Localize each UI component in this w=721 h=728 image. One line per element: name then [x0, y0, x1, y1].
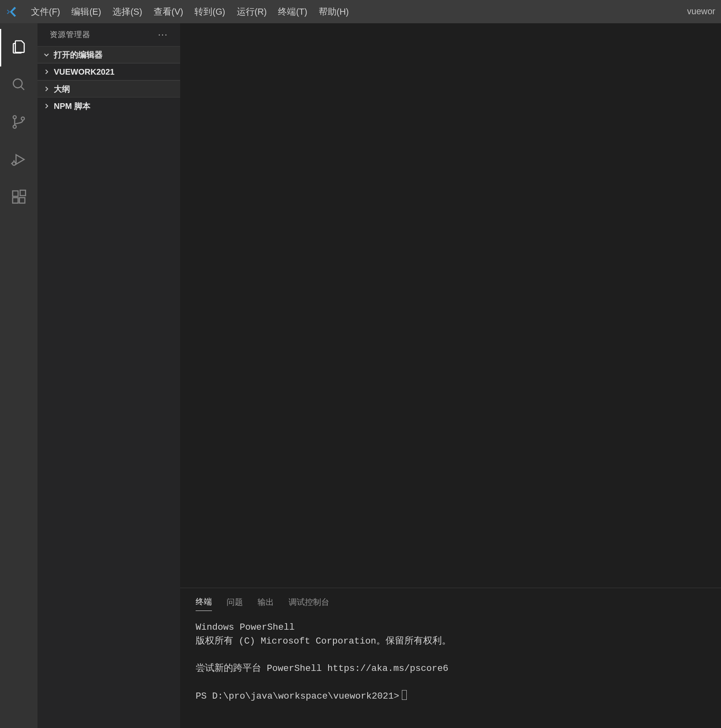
section-npm-scripts[interactable]: NPM 脚本: [37, 97, 180, 115]
section-label: 大纲: [54, 84, 70, 95]
section-workspace[interactable]: VUEWORK2021: [37, 63, 180, 80]
panel-tab-output[interactable]: 输出: [258, 597, 274, 611]
terminal-body[interactable]: Windows PowerShell 版权所有 (C) Microsoft Co…: [180, 613, 721, 728]
menu-go[interactable]: 转到(G): [189, 0, 231, 23]
extensions-icon: [11, 189, 27, 207]
section-label: NPM 脚本: [54, 101, 90, 112]
activity-run-debug[interactable]: [0, 142, 37, 179]
vscode-logo-icon: [6, 6, 18, 18]
sidebar-header: 资源管理器 ···: [37, 23, 180, 46]
panel-tab-problems[interactable]: 问题: [227, 597, 243, 611]
activity-source-control[interactable]: [0, 104, 37, 142]
menu-edit[interactable]: 编辑(E): [66, 0, 107, 23]
section-outline[interactable]: 大纲: [37, 80, 180, 97]
search-icon: [11, 76, 27, 94]
chevron-right-icon: [42, 102, 51, 110]
activity-bar: [0, 23, 37, 728]
terminal-line: 版权所有 (C) Microsoft Corporation。保留所有权利。: [196, 636, 451, 646]
terminal-line: 尝试新的跨平台 PowerShell https://aka.ms/pscore…: [196, 663, 448, 674]
chevron-down-icon: [42, 51, 51, 59]
menu-terminal[interactable]: 终端(T): [272, 0, 313, 23]
section-label: VUEWORK2021: [54, 67, 115, 77]
sidebar-explorer: 资源管理器 ··· 打开的编辑器 VUEWORK2021 大纲: [37, 23, 180, 728]
svg-point-4: [21, 117, 24, 120]
section-label: 打开的编辑器: [54, 49, 103, 60]
menu-view[interactable]: 查看(V): [148, 0, 189, 23]
chevron-right-icon: [42, 68, 51, 76]
svg-point-3: [13, 125, 16, 128]
svg-rect-12: [20, 198, 25, 203]
panel-tab-terminal[interactable]: 终端: [196, 596, 212, 611]
terminal-prompt: PS D:\pro\java\workspace\vuework2021>: [196, 691, 399, 701]
bottom-panel: 终端 问题 输出 调试控制台 Windows PowerShell 版权所有 (…: [180, 588, 721, 728]
sidebar-title: 资源管理器: [50, 29, 90, 40]
menu-run[interactable]: 运行(R): [231, 0, 273, 23]
sidebar-more-button[interactable]: ···: [158, 29, 168, 40]
menu-help[interactable]: 帮助(H): [313, 0, 355, 23]
window-title: vuewor: [687, 7, 718, 17]
terminal-line: Windows PowerShell: [196, 622, 295, 633]
panel-tab-debug[interactable]: 调试控制台: [289, 597, 329, 611]
svg-rect-13: [20, 190, 25, 195]
svg-marker-5: [16, 155, 24, 164]
section-open-editors[interactable]: 打开的编辑器: [37, 46, 180, 63]
activity-extensions[interactable]: [0, 179, 37, 217]
git-branch-icon: [11, 114, 27, 132]
panel-tabs: 终端 问题 输出 调试控制台: [180, 588, 721, 613]
svg-point-0: [13, 79, 22, 88]
menu-select[interactable]: 选择(S): [107, 0, 148, 23]
svg-rect-10: [13, 191, 18, 196]
svg-rect-11: [13, 198, 18, 203]
terminal-cursor: [402, 690, 407, 700]
editor-empty-area: [180, 23, 721, 588]
title-bar: 文件(F) 编辑(E) 选择(S) 查看(V) 转到(G) 运行(R) 终端(T…: [0, 0, 721, 23]
menu-file[interactable]: 文件(F): [25, 0, 66, 23]
svg-point-2: [13, 116, 16, 119]
chevron-right-icon: [42, 85, 51, 93]
files-icon: [11, 39, 27, 57]
svg-line-1: [21, 86, 24, 90]
activity-search[interactable]: [0, 66, 37, 104]
svg-point-6: [12, 162, 15, 165]
activity-explorer[interactable]: [0, 29, 37, 66]
run-debug-icon: [11, 151, 27, 169]
